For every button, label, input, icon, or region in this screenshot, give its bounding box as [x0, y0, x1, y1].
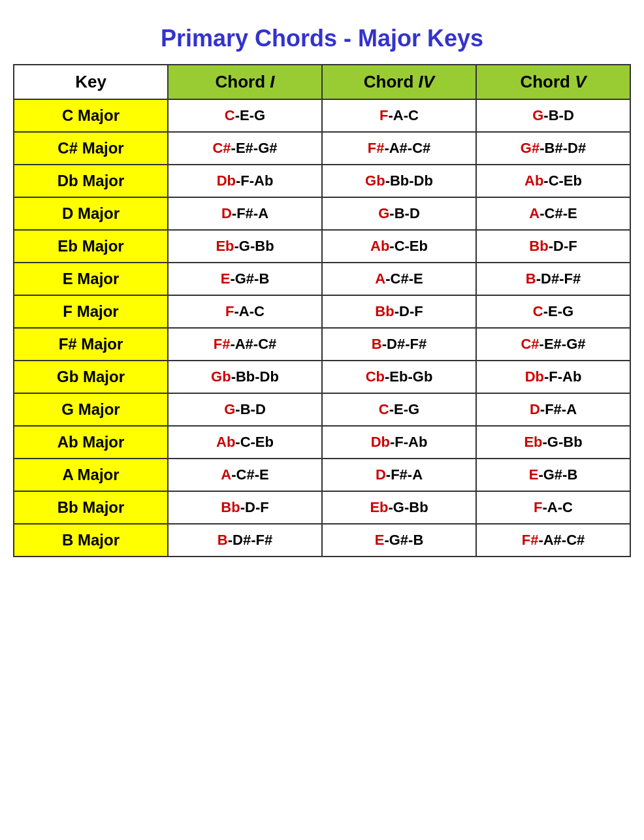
- chord5-cell: Ab-C-Eb: [476, 165, 630, 197]
- table-row: E MajorE-G#-BA-C#-EB-D#-F#: [14, 263, 630, 295]
- chord5-cell: D-F#-A: [476, 393, 630, 426]
- chord1-cell: D-F#-A: [168, 197, 322, 230]
- header-row: Key Chord I Chord IV Chord V: [14, 65, 630, 99]
- table-row: D MajorD-F#-AG-B-DA-C#-E: [14, 197, 630, 230]
- chord1-cell: G-B-D: [168, 393, 322, 426]
- chord5-cell: F#-A#-C#: [476, 524, 630, 557]
- chord4-cell: Db-F-Ab: [322, 426, 476, 459]
- chord4-cell: E-G#-B: [322, 524, 476, 557]
- table-row: C# MajorC#-E#-G#F#-A#-C#G#-B#-D#: [14, 132, 630, 165]
- chord5-cell: E-G#-B: [476, 459, 630, 491]
- key-cell: F Major: [14, 295, 168, 328]
- chord4-cell: F#-A#-C#: [322, 132, 476, 165]
- chord4-cell: Bb-D-F: [322, 295, 476, 328]
- chord4-cell: Gb-Bb-Db: [322, 165, 476, 197]
- chord1-cell: A-C#-E: [168, 459, 322, 491]
- key-cell: F# Major: [14, 328, 168, 361]
- table-row: F# MajorF#-A#-C#B-D#-F#C#-E#-G#: [14, 328, 630, 361]
- header-key: Key: [14, 65, 168, 99]
- table-row: Db MajorDb-F-AbGb-Bb-DbAb-C-Eb: [14, 165, 630, 197]
- key-cell: E Major: [14, 263, 168, 295]
- header-chord5: Chord V: [476, 65, 630, 99]
- table-row: Ab MajorAb-C-EbDb-F-AbEb-G-Bb: [14, 426, 630, 459]
- key-cell: D Major: [14, 197, 168, 230]
- chord5-cell: Bb-D-F: [476, 230, 630, 263]
- table-row: C MajorC-E-GF-A-CG-B-D: [14, 99, 630, 132]
- chord5-cell: F-A-C: [476, 491, 630, 524]
- header-chord1: Chord I: [168, 65, 322, 99]
- chord4-cell: F-A-C: [322, 99, 476, 132]
- chord5-cell: C-E-G: [476, 295, 630, 328]
- chord4-cell: Ab-C-Eb: [322, 230, 476, 263]
- table-row: Gb MajorGb-Bb-DbCb-Eb-GbDb-F-Ab: [14, 361, 630, 393]
- chord4-cell: A-C#-E: [322, 263, 476, 295]
- chord1-cell: Gb-Bb-Db: [168, 361, 322, 393]
- chord1-cell: E-G#-B: [168, 263, 322, 295]
- chord1-cell: Bb-D-F: [168, 491, 322, 524]
- table-body: C MajorC-E-GF-A-CG-B-DC# MajorC#-E#-G#F#…: [14, 99, 630, 557]
- chord1-cell: Db-F-Ab: [168, 165, 322, 197]
- table-row: Eb MajorEb-G-BbAb-C-EbBb-D-F: [14, 230, 630, 263]
- key-cell: A Major: [14, 459, 168, 491]
- key-cell: B Major: [14, 524, 168, 557]
- chord1-cell: Eb-G-Bb: [168, 230, 322, 263]
- page-title: Primary Chords - Major Keys: [13, 13, 631, 64]
- chord4-cell: B-D#-F#: [322, 328, 476, 361]
- key-cell: Ab Major: [14, 426, 168, 459]
- key-cell: C Major: [14, 99, 168, 132]
- chord5-cell: Db-F-Ab: [476, 361, 630, 393]
- chord4-cell: C-E-G: [322, 393, 476, 426]
- chord5-cell: G#-B#-D#: [476, 132, 630, 165]
- header-chord4: Chord IV: [322, 65, 476, 99]
- chord5-cell: C#-E#-G#: [476, 328, 630, 361]
- key-cell: Gb Major: [14, 361, 168, 393]
- chord5-cell: G-B-D: [476, 99, 630, 132]
- chord1-cell: C-E-G: [168, 99, 322, 132]
- table-row: A MajorA-C#-ED-F#-AE-G#-B: [14, 459, 630, 491]
- chord1-cell: F-A-C: [168, 295, 322, 328]
- table-row: F MajorF-A-CBb-D-FC-E-G: [14, 295, 630, 328]
- chord1-cell: F#-A#-C#: [168, 328, 322, 361]
- chord4-cell: D-F#-A: [322, 459, 476, 491]
- key-cell: C# Major: [14, 132, 168, 165]
- table-row: Bb MajorBb-D-FEb-G-BbF-A-C: [14, 491, 630, 524]
- chord1-cell: C#-E#-G#: [168, 132, 322, 165]
- chord4-cell: Eb-G-Bb: [322, 491, 476, 524]
- chord4-cell: G-B-D: [322, 197, 476, 230]
- chord5-cell: Eb-G-Bb: [476, 426, 630, 459]
- key-cell: Eb Major: [14, 230, 168, 263]
- table-row: G MajorG-B-DC-E-GD-F#-A: [14, 393, 630, 426]
- key-cell: Db Major: [14, 165, 168, 197]
- chord5-cell: A-C#-E: [476, 197, 630, 230]
- chord4-cell: Cb-Eb-Gb: [322, 361, 476, 393]
- chord1-cell: Ab-C-Eb: [168, 426, 322, 459]
- chord1-cell: B-D#-F#: [168, 524, 322, 557]
- chord-table: Key Chord I Chord IV Chord V C MajorC-E-…: [13, 64, 631, 557]
- key-cell: G Major: [14, 393, 168, 426]
- table-row: B MajorB-D#-F#E-G#-BF#-A#-C#: [14, 524, 630, 557]
- page-container: Primary Chords - Major Keys Key Chord I …: [13, 13, 631, 557]
- key-cell: Bb Major: [14, 491, 168, 524]
- chord5-cell: B-D#-F#: [476, 263, 630, 295]
